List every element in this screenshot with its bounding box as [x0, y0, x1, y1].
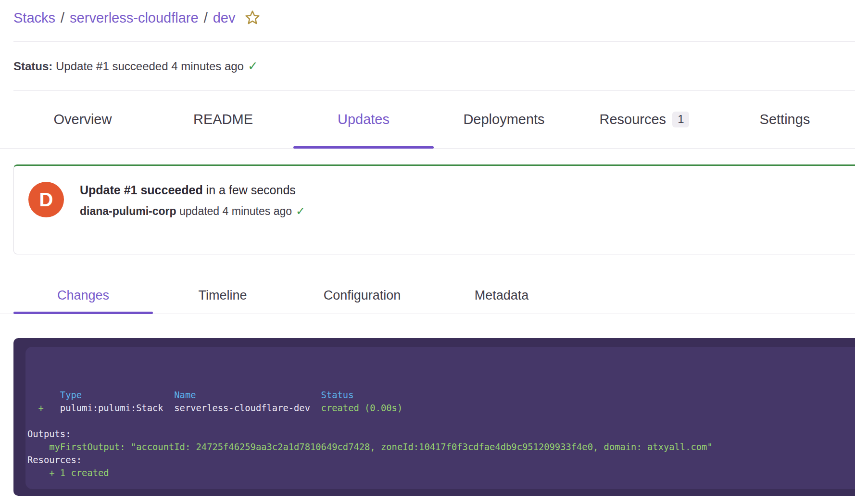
tab-label: Timeline: [198, 288, 247, 303]
avatar: D: [28, 182, 64, 217]
status-bar: Status: Update #1 succeeded 4 minutes ag…: [13, 59, 258, 74]
tab-updates[interactable]: Updates: [293, 91, 434, 148]
tab-deployments[interactable]: Deployments: [434, 91, 574, 148]
update-author: diana-pulumi-corp: [80, 205, 176, 217]
terminal-panel: Type Name Status + pulumi:pulumi:Stack s…: [13, 338, 855, 496]
console-resources-label: Resources:: [27, 455, 82, 465]
tab-resources[interactable]: Resources 1: [574, 91, 715, 148]
star-icon: [244, 9, 261, 26]
console-op-created: +: [27, 403, 44, 413]
tab-label: Resources: [600, 112, 666, 127]
update-title-duration: in a few seconds: [203, 183, 296, 197]
breadcrumb-link-stack[interactable]: dev: [213, 10, 236, 26]
detail-tabs: Changes Timeline Configuration Metadata: [0, 277, 855, 314]
main-tabs: Overview README Updates Deployments Reso…: [0, 91, 855, 149]
breadcrumb: Stacks / serverless-cloudflare / dev: [13, 8, 261, 27]
tab-timeline[interactable]: Timeline: [153, 277, 292, 314]
console-resources-line: + 1 created: [27, 468, 109, 478]
update-title-bold: Update #1 succeeded: [80, 183, 203, 197]
success-check-icon: ✓: [296, 204, 305, 217]
tab-label: Metadata: [475, 288, 529, 303]
tab-label: Changes: [57, 288, 109, 303]
status-label: Status:: [13, 60, 52, 73]
tab-label: Deployments: [463, 112, 544, 127]
tab-overview[interactable]: Overview: [13, 91, 153, 148]
console-resource-status: created (0.00s): [321, 403, 403, 413]
tab-label: Configuration: [324, 288, 401, 303]
breadcrumb-link-stacks[interactable]: Stacks: [13, 10, 55, 26]
tab-metadata[interactable]: Metadata: [432, 277, 571, 314]
console-resource-type-name: pulumi:pulumi:Stack serverless-cloudflar…: [44, 403, 321, 413]
update-meta-text: updated 4 minutes ago: [176, 205, 292, 217]
tab-label: Overview: [54, 112, 112, 127]
console-outputs-line: myFirstOutput: "accountId: 24725f46259aa…: [27, 442, 713, 452]
console-output: Type Name Status + pulumi:pulumi:Stack s…: [27, 389, 713, 479]
tab-configuration[interactable]: Configuration: [292, 277, 432, 314]
tab-label: Updates: [338, 112, 390, 127]
status-message: Update #1 succeeded 4 minutes ago: [52, 60, 244, 73]
tab-label: Settings: [760, 112, 810, 127]
success-check-icon: ✓: [248, 59, 258, 73]
tab-changes[interactable]: Changes: [13, 277, 153, 314]
breadcrumb-separator: /: [204, 10, 208, 26]
update-card[interactable]: D Update #1 succeeded in a few seconds d…: [13, 164, 855, 254]
divider: [13, 41, 855, 42]
update-meta: diana-pulumi-corp updated 4 minutes ago✓: [80, 204, 305, 218]
update-title: Update #1 succeeded in a few seconds: [80, 183, 296, 197]
tab-settings[interactable]: Settings: [715, 91, 855, 148]
favorite-star-button[interactable]: [244, 9, 261, 26]
console-outputs-label: Outputs:: [27, 429, 71, 439]
tab-label: README: [193, 112, 253, 127]
console-header-row: Type Name Status: [27, 390, 353, 400]
tab-readme[interactable]: README: [153, 91, 293, 148]
breadcrumb-link-project[interactable]: serverless-cloudflare: [70, 10, 199, 26]
breadcrumb-separator: /: [61, 10, 64, 26]
resources-count-badge: 1: [672, 112, 689, 127]
